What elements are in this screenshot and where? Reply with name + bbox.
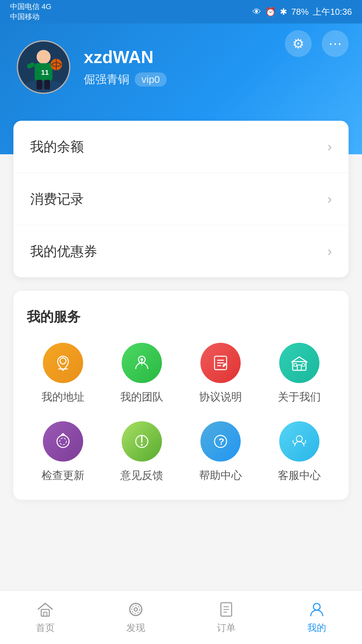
svg-point-42 [313, 603, 320, 610]
nav-orders-label: 订单 [217, 622, 236, 634]
nav-mine[interactable]: 我的 [272, 597, 362, 638]
team-label: 我的团队 [120, 390, 163, 405]
svg-rect-34 [44, 612, 47, 616]
svg-point-32 [296, 436, 302, 442]
balance-chevron: › [327, 139, 332, 154]
consumption-label: 消费记录 [30, 190, 84, 208]
services-card: 我的服务 我的地址 我 [13, 291, 349, 500]
feedback-icon [122, 421, 162, 462]
update-label: 检查更新 [42, 468, 84, 483]
svg-text:11: 11 [41, 68, 49, 76]
svg-point-36 [134, 608, 137, 611]
message-icon: ⋯ [328, 36, 342, 51]
service-about[interactable]: 关于我们 [263, 343, 335, 405]
service-protocol[interactable]: 协议说明 [184, 343, 256, 405]
svg-rect-5 [37, 80, 42, 90]
menu-card: 我的余额 › 消费记录 › 我的优惠券 › [13, 121, 349, 277]
support-label: 客服中心 [278, 468, 321, 483]
address-label: 我的地址 [42, 390, 84, 405]
service-team[interactable]: 我的团队 [106, 343, 178, 405]
nav-orders[interactable]: 订单 [181, 597, 272, 638]
svg-rect-24 [302, 364, 305, 366]
coupon-label: 我的优惠券 [30, 242, 97, 261]
vip-badge: vip0 [135, 72, 167, 87]
help-label: 帮助中心 [199, 468, 242, 483]
bluetooth-icon: ✱ [280, 7, 287, 17]
coupon-chevron: › [327, 244, 332, 259]
protocol-label: 协议说明 [199, 390, 242, 405]
svg-point-1 [24, 80, 63, 93]
services-grid: 我的地址 我的团队 [27, 343, 335, 483]
about-label: 关于我们 [278, 390, 321, 405]
service-support[interactable]: 客服中心 [263, 421, 335, 483]
service-address[interactable]: 我的地址 [27, 343, 99, 405]
svg-rect-23 [294, 364, 297, 366]
status-right: 👁 ⏰ ✱ 78% 上午10:36 [252, 6, 352, 18]
profile-rank: 倔强青铜 vip0 [84, 72, 167, 87]
rank-text: 倔强青铜 [84, 72, 129, 87]
message-button[interactable]: ⋯ [322, 30, 349, 57]
svg-point-14 [140, 358, 143, 361]
svg-text:?: ? [219, 436, 224, 447]
svg-point-2 [37, 50, 51, 64]
svg-rect-22 [297, 365, 301, 370]
services-title: 我的服务 [27, 308, 335, 326]
status-bar: 中国电信 4G 中国移动 👁 ⏰ ✱ 78% 上午10:36 [0, 0, 362, 23]
service-feedback[interactable]: 意见反馈 [106, 421, 178, 483]
eye-icon: 👁 [252, 7, 261, 17]
nav-discover-label: 发现 [126, 622, 145, 634]
team-icon [122, 343, 162, 383]
alarm-icon: ⏰ [265, 7, 276, 17]
about-icon [279, 343, 319, 383]
nav-mine-label: 我的 [307, 622, 326, 634]
svg-rect-6 [44, 80, 50, 90]
username: xzdWAN [84, 47, 167, 67]
update-icon [43, 421, 83, 462]
svg-point-11 [60, 358, 66, 364]
nav-home[interactable]: 首页 [0, 597, 90, 638]
svg-point-25 [57, 435, 69, 447]
consumption-chevron: › [327, 192, 332, 207]
svg-point-29 [141, 444, 143, 446]
balance-label: 我的余额 [30, 138, 84, 156]
nav-home-label: 首页 [36, 622, 55, 634]
avatar[interactable]: 11 [17, 40, 70, 94]
menu-item-balance[interactable]: 我的余额 › [13, 121, 349, 173]
feedback-label: 意见反馈 [120, 468, 163, 483]
carrier-info: 中国电信 4G 中国移动 [10, 2, 51, 22]
address-icon [43, 343, 83, 383]
profile-info: xzdWAN 倔强青铜 vip0 [84, 47, 167, 87]
menu-item-consumption[interactable]: 消费记录 › [13, 173, 349, 225]
service-update[interactable]: 检查更新 [27, 421, 99, 483]
battery-level: 78% [291, 7, 309, 17]
settings-button[interactable]: ⚙ [285, 30, 312, 57]
help-icon: ? [200, 421, 241, 462]
bottom-nav: 首页 发现 订单 我的 [0, 590, 362, 644]
header-actions: ⚙ ⋯ [285, 30, 349, 57]
time-display: 上午10:36 [313, 6, 352, 18]
svg-point-37 [132, 605, 140, 613]
svg-point-26 [60, 438, 66, 445]
settings-icon: ⚙ [292, 36, 304, 51]
menu-item-coupon[interactable]: 我的优惠券 › [13, 225, 349, 277]
protocol-icon [200, 343, 241, 383]
svg-rect-33 [41, 609, 49, 616]
service-help[interactable]: ? 帮助中心 [184, 421, 256, 483]
nav-discover[interactable]: 发现 [90, 597, 181, 638]
support-icon [279, 421, 319, 462]
